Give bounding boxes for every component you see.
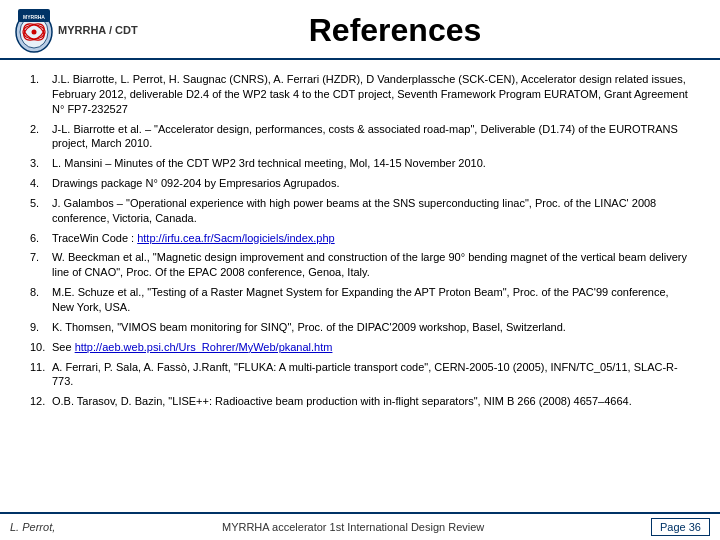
references-list: 1.J.L. Biarrotte, L. Perrot, H. Saugnac … [30,72,690,409]
ref-number: 3. [30,156,52,171]
ref-number: 10. [30,340,52,355]
ref-text: O.B. Tarasov, D. Bazin, "LISE++: Radioac… [52,394,632,409]
ref-link[interactable]: http://aeb.web.psi.ch/Urs_Rohrer/MyWeb/p… [75,341,333,353]
ref-number: 12. [30,394,52,409]
list-item: 8.M.E. Schuze et al., "Testing of a Rast… [30,285,690,315]
footer-left: L. Perrot, [10,521,55,533]
ref-number: 9. [30,320,52,335]
list-item: 5.J. Galambos – "Operational experience … [30,196,690,226]
list-item: 11.A. Ferrari, P. Sala, A. Fassò, J.Ranf… [30,360,690,390]
ref-text: Drawings package N° 092-204 by Empresari… [52,176,340,191]
ref-number: 7. [30,250,52,280]
list-item: 9.K. Thomsen, "VIMOS beam monitoring for… [30,320,690,335]
ref-text: J.L. Biarrotte, L. Perrot, H. Saugnac (C… [52,72,690,117]
content-area: 1.J.L. Biarrotte, L. Perrot, H. Saugnac … [0,60,720,422]
svg-point-5 [32,30,37,35]
list-item: 10.See http://aeb.web.psi.ch/Urs_Rohrer/… [30,340,690,355]
header: MYRRHA MYRRHA / CDT References [0,0,720,60]
ref-number: 5. [30,196,52,226]
ref-text: TraceWin Code : http://irfu.cea.fr/Sacm/… [52,231,335,246]
list-item: 7.W. Beeckman et al., "Magnetic design i… [30,250,690,280]
ref-text: A. Ferrari, P. Sala, A. Fassò, J.Ranft, … [52,360,690,390]
ref-number: 6. [30,231,52,246]
ref-text: W. Beeckman et al., "Magnetic design imp… [52,250,690,280]
list-item: 1.J.L. Biarrotte, L. Perrot, H. Saugnac … [30,72,690,117]
footer-center: MYRRHA accelerator 1st International Des… [222,521,484,533]
list-item: 4.Drawings package N° 092-204 by Empresa… [30,176,690,191]
list-item: 12.O.B. Tarasov, D. Bazin, "LISE++: Radi… [30,394,690,409]
list-item: 3.L. Mansini – Minutes of the CDT WP2 3r… [30,156,690,171]
ref-number: 8. [30,285,52,315]
page-title: References [140,12,710,49]
list-item: 6.TraceWin Code : http://irfu.cea.fr/Sac… [30,231,690,246]
footer-right: Page 36 [651,518,710,536]
logo-icon: MYRRHA [10,6,58,54]
ref-text: K. Thomsen, "VIMOS beam monitoring for S… [52,320,566,335]
ref-number: 1. [30,72,52,117]
ref-number: 2. [30,122,52,152]
ref-number: 4. [30,176,52,191]
ref-text: L. Mansini – Minutes of the CDT WP2 3rd … [52,156,486,171]
ref-number: 11. [30,360,52,390]
logo-area: MYRRHA MYRRHA / CDT [10,6,140,54]
ref-link[interactable]: http://irfu.cea.fr/Sacm/logiciels/index.… [137,232,334,244]
ref-text: J-L. Biarrotte et al. – "Accelerator des… [52,122,690,152]
list-item: 2.J-L. Biarrotte et al. – "Accelerator d… [30,122,690,152]
ref-text: M.E. Schuze et al., "Testing of a Raster… [52,285,690,315]
footer: L. Perrot, MYRRHA accelerator 1st Intern… [0,512,720,540]
logo-text: MYRRHA / CDT [58,24,138,36]
svg-text:MYRRHA: MYRRHA [23,14,45,20]
ref-text: See http://aeb.web.psi.ch/Urs_Rohrer/MyW… [52,340,332,355]
ref-text: J. Galambos – "Operational experience wi… [52,196,690,226]
